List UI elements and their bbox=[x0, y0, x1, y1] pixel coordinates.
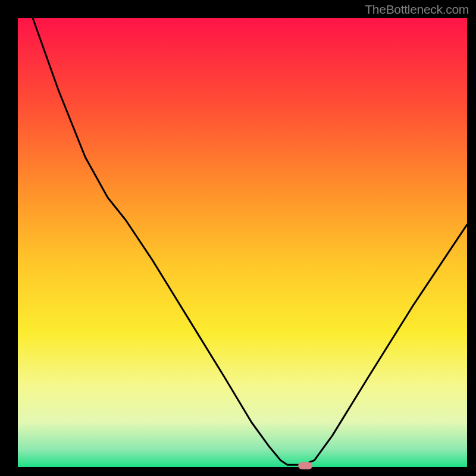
chart-container: TheBottleneck.com bbox=[0, 0, 476, 476]
bottleneck-chart bbox=[0, 0, 476, 476]
watermark-label: TheBottleneck.com bbox=[365, 2, 469, 17]
plot-background bbox=[18, 18, 467, 467]
optimal-marker bbox=[298, 462, 312, 469]
